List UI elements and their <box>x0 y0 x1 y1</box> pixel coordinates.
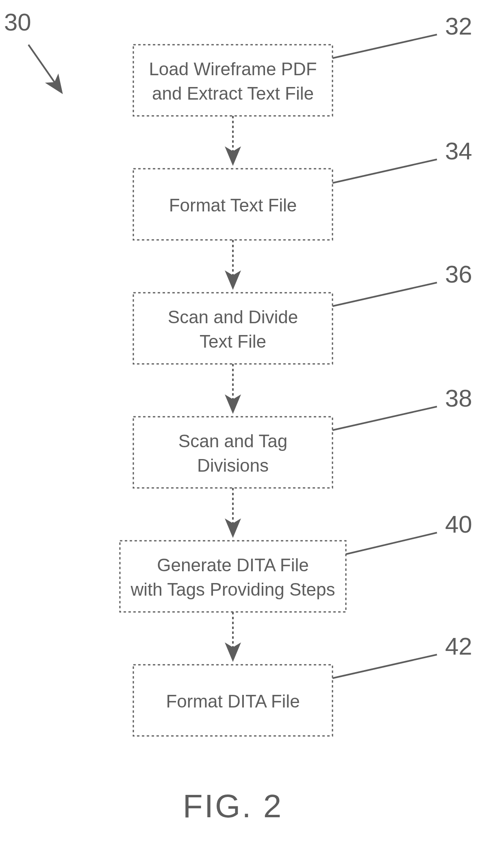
step-text-40-line2: with Tags Providing Steps <box>130 579 335 599</box>
ref-leader-40 <box>346 533 437 554</box>
flow-step-38: Scan and Tag Divisions 38 <box>133 385 472 488</box>
ref-label-34: 34 <box>445 137 472 165</box>
step-text-32-line2: and Extract Text File <box>152 83 314 103</box>
figure-label: FIG. 2 <box>183 788 283 824</box>
step-text-32-line1: Load Wireframe PDF <box>149 59 317 79</box>
ref-leader-38 <box>332 407 437 430</box>
ref-leader-34 <box>332 159 437 183</box>
flow-step-34: Format Text File 34 <box>133 137 472 240</box>
step-text-36-line1: Scan and Divide <box>168 307 298 327</box>
svg-rect-4 <box>120 541 346 612</box>
step-text-38-line2: Divisions <box>197 455 269 475</box>
ref-label-42: 42 <box>445 633 472 660</box>
ref-label-32: 32 <box>445 13 472 40</box>
svg-rect-0 <box>133 45 332 116</box>
ref-label-38: 38 <box>445 385 472 412</box>
flow-step-42: Format DITA File 42 <box>133 633 472 736</box>
flow-step-40: Generate DITA File with Tags Providing S… <box>120 511 472 612</box>
step-text-40-line1: Generate DITA File <box>157 555 308 575</box>
step-text-38-line1: Scan and Tag <box>178 431 287 451</box>
ref-label-40: 40 <box>445 511 472 538</box>
flowchart-figure: 30 Load Wireframe PDF and Extract Text F… <box>0 0 504 851</box>
step-text-42-line1: Format DITA File <box>166 691 300 711</box>
step-text-34-line1: Format Text File <box>169 195 297 215</box>
step-text-36-line2: Text File <box>200 331 266 351</box>
svg-rect-2 <box>133 293 332 364</box>
diagram-ref-leader <box>28 45 61 91</box>
flow-step-36: Scan and Divide Text File 36 <box>133 261 472 364</box>
ref-leader-32 <box>332 35 437 58</box>
diagram-ref-label: 30 <box>4 9 31 36</box>
flow-step-32: Load Wireframe PDF and Extract Text File… <box>133 13 472 116</box>
ref-leader-36 <box>332 283 437 306</box>
ref-leader-42 <box>332 655 437 678</box>
svg-rect-3 <box>133 417 332 488</box>
ref-label-36: 36 <box>445 261 472 288</box>
